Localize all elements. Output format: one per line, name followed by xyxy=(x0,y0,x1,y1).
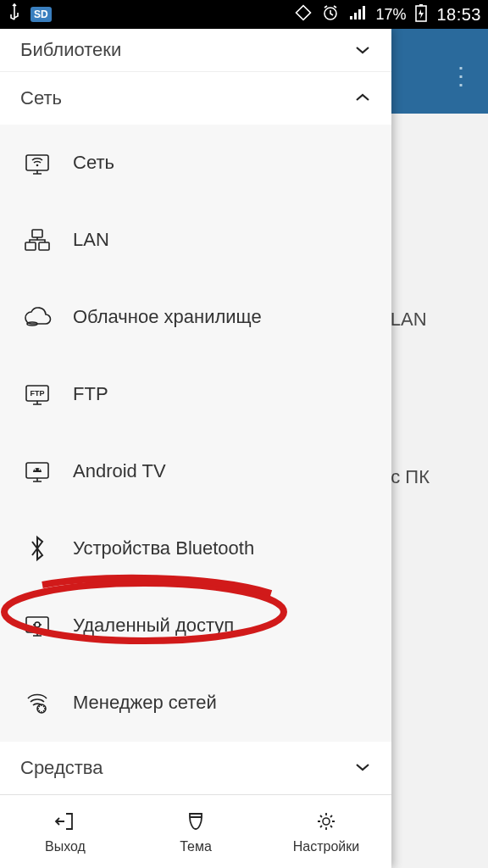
menu-item-network-manager[interactable]: Менеджер сетей xyxy=(0,665,391,742)
remote-icon xyxy=(20,609,54,643)
network-icon xyxy=(20,146,54,180)
lan-icon xyxy=(20,223,54,257)
more-icon[interactable]: ⋮ xyxy=(449,73,473,80)
androidtv-icon xyxy=(20,454,54,488)
svg-point-17 xyxy=(35,470,36,471)
section-network[interactable]: Сеть xyxy=(0,72,391,125)
menu-item-label: Сеть xyxy=(73,152,114,174)
exit-icon xyxy=(53,809,78,834)
chevron-down-icon xyxy=(354,758,371,777)
section-label: Средства xyxy=(20,757,103,779)
svg-rect-20 xyxy=(26,617,48,632)
svg-rect-12 xyxy=(39,242,49,250)
cloud-icon xyxy=(20,300,54,334)
menu-item-label: Менеджер сетей xyxy=(73,692,217,714)
ftp-icon: FTP xyxy=(20,377,54,411)
svg-point-23 xyxy=(323,818,330,825)
bottom-exit[interactable]: Выход xyxy=(0,795,130,868)
menu-item-ftp[interactable]: FTP FTP xyxy=(0,356,391,433)
sd-card-icon: SD xyxy=(30,7,52,22)
menu-item-label: Устройства Bluetooth xyxy=(73,537,254,559)
section-label: Библиотеки xyxy=(20,39,121,61)
alarm-icon xyxy=(321,3,340,26)
menu-item-label: Облачное хранилище xyxy=(73,306,262,328)
menu-item-label: Android TV xyxy=(73,460,166,482)
section-label: Сеть xyxy=(20,87,62,109)
menu-item-network[interactable]: Сеть xyxy=(0,125,391,202)
status-bar: SD 17% 18:53 xyxy=(0,0,488,29)
svg-rect-4 xyxy=(358,9,361,19)
svg-rect-7 xyxy=(419,4,423,6)
rotate-icon xyxy=(294,3,313,26)
network-menu-list: Сеть LAN Облачное хранилище FTP FTP Andr… xyxy=(0,125,391,742)
section-libraries[interactable]: Библиотеки xyxy=(0,29,391,71)
battery-icon xyxy=(414,3,428,26)
svg-rect-8 xyxy=(26,155,48,170)
bottom-theme[interactable]: Тема xyxy=(130,795,261,868)
chevron-up-icon xyxy=(354,88,371,108)
menu-item-remote-access[interactable]: Удаленный доступ xyxy=(0,587,391,665)
svg-rect-3 xyxy=(354,13,357,19)
svg-rect-0 xyxy=(297,5,311,19)
chevron-down-icon xyxy=(354,41,371,60)
usb-icon xyxy=(7,3,22,27)
drawer-bottom-bar: Выход Тема Настройки xyxy=(0,794,391,868)
menu-item-label: LAN xyxy=(73,229,109,251)
svg-point-9 xyxy=(36,164,39,167)
svg-rect-10 xyxy=(32,230,42,237)
svg-rect-2 xyxy=(350,16,352,19)
menu-item-androidtv[interactable]: Android TV xyxy=(0,433,391,510)
menu-item-lan[interactable]: LAN xyxy=(0,202,391,279)
bottom-label: Настройки xyxy=(293,839,359,854)
theme-icon xyxy=(183,809,208,834)
section-tools[interactable]: Средства xyxy=(0,742,391,794)
menu-item-cloud[interactable]: Облачное хранилище xyxy=(0,279,391,356)
battery-percent: 17% xyxy=(375,6,406,24)
svg-rect-5 xyxy=(363,6,365,19)
svg-text:FTP: FTP xyxy=(30,389,45,398)
clock: 18:53 xyxy=(436,5,481,25)
gear-icon xyxy=(313,809,339,834)
menu-item-label: FTP xyxy=(73,383,108,405)
signal-icon xyxy=(348,4,367,25)
menu-item-bluetooth[interactable]: Устройства Bluetooth xyxy=(0,510,391,587)
bluetooth-icon xyxy=(20,531,54,565)
svg-rect-11 xyxy=(25,242,36,250)
menu-item-label: Удаленный доступ xyxy=(73,615,234,637)
network-manager-icon xyxy=(20,686,54,720)
bottom-label: Выход xyxy=(45,839,86,854)
bottom-label: Тема xyxy=(180,839,212,854)
bottom-settings[interactable]: Настройки xyxy=(261,795,391,868)
navigation-drawer: Библиотеки Сеть Сеть LAN Обла xyxy=(0,29,391,868)
svg-point-18 xyxy=(39,470,41,471)
